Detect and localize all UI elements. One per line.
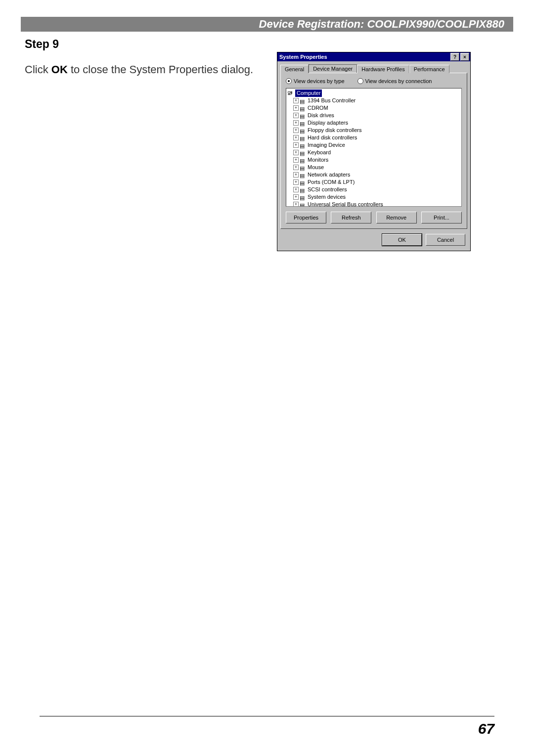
expand-icon[interactable]: + <box>293 142 299 148</box>
device-icon: ▤ <box>300 98 307 104</box>
device-icon: ▤ <box>300 172 307 178</box>
device-tree[interactable]: 🖳Computer +▤1394 Bus Controller+▤CDROM+▤… <box>286 88 462 207</box>
tree-item-label: Disk drives <box>308 112 334 119</box>
footer-rule <box>40 716 494 716</box>
expand-icon[interactable]: + <box>293 150 299 155</box>
tree-item[interactable]: +▤1394 Bus Controller <box>287 97 460 104</box>
dialog-titlebar: System Properties ? × <box>277 52 470 61</box>
tree-item[interactable]: +▤Mouse <box>287 164 460 171</box>
tree-item-label: CDROM <box>308 104 328 112</box>
step-heading: Step 9 <box>25 38 509 51</box>
device-icon: ▤ <box>300 142 307 148</box>
expand-icon[interactable]: + <box>293 128 299 133</box>
tree-item-label: Network adapters <box>308 171 350 178</box>
remove-button[interactable]: Remove <box>376 212 417 223</box>
computer-icon: 🖳 <box>287 89 294 95</box>
device-icon: ▤ <box>300 179 307 185</box>
device-icon: ▤ <box>300 105 307 111</box>
tree-item[interactable]: +▤Network adapters <box>287 171 460 178</box>
tree-item-label: Imaging Device <box>308 141 345 149</box>
tree-item[interactable]: +▤Display adapters <box>287 119 460 127</box>
tree-item-label: Hard disk controllers <box>308 134 357 141</box>
expand-icon[interactable]: + <box>293 113 299 118</box>
tree-root[interactable]: Computer <box>295 89 322 97</box>
tree-item[interactable]: +▤Ports (COM & LPT) <box>287 178 460 186</box>
tree-item[interactable]: +▤Keyboard <box>287 149 460 156</box>
tree-item[interactable]: +▤Imaging Device <box>287 141 460 149</box>
expand-icon[interactable]: + <box>293 135 299 140</box>
tree-item[interactable]: +▤Universal Serial Bus controllers <box>287 201 460 207</box>
print-button[interactable]: Print... <box>421 212 462 223</box>
tree-item-label: Keyboard <box>308 149 331 156</box>
tree-item[interactable]: +▤Floppy disk controllers <box>287 127 460 134</box>
expand-icon[interactable]: + <box>293 165 299 170</box>
tree-item-label: 1394 Bus Controller <box>308 97 356 104</box>
refresh-button[interactable]: Refresh <box>331 212 371 223</box>
device-icon: ▤ <box>300 194 307 200</box>
expand-icon[interactable]: + <box>293 179 299 185</box>
radio-view-by-type[interactable]: View devices by type <box>286 78 345 84</box>
system-properties-dialog: System Properties ? × General Device Man… <box>277 52 471 251</box>
radio-dot-icon <box>357 78 363 84</box>
device-icon: ▤ <box>300 113 307 119</box>
tree-item-label: Ports (COM & LPT) <box>308 178 355 186</box>
instruction-post: to close the System Properties dialog. <box>68 63 253 76</box>
section-header: Device Registration: COOLPIX990/COOLPIX8… <box>21 17 513 32</box>
tree-item[interactable]: +▤CDROM <box>287 104 460 112</box>
instruction-bold: OK <box>51 63 68 76</box>
cancel-button[interactable]: Cancel <box>426 234 465 246</box>
tree-item-label: Floppy disk controllers <box>308 127 361 134</box>
expand-icon[interactable]: + <box>293 98 299 103</box>
radio-type-label: View devices by type <box>294 78 345 84</box>
radio-dot-icon <box>286 78 292 84</box>
device-icon: ▤ <box>300 202 307 207</box>
ok-button[interactable]: OK <box>382 234 422 246</box>
expand-icon[interactable]: + <box>293 187 299 192</box>
tab-device-manager[interactable]: Device Manager <box>309 64 357 73</box>
tree-item[interactable]: +▤Disk drives <box>287 112 460 119</box>
tree-item-label: System devices <box>308 193 346 201</box>
tree-item-label: SCSI controllers <box>308 186 347 193</box>
tree-item[interactable]: +▤Hard disk controllers <box>287 134 460 141</box>
section-title: Device Registration: COOLPIX990/COOLPIX8… <box>259 18 504 31</box>
device-icon: ▤ <box>300 187 307 193</box>
page-number: 67 <box>478 720 494 737</box>
tree-item-label: Universal Serial Bus controllers <box>308 201 383 207</box>
help-button[interactable]: ? <box>450 53 459 61</box>
device-icon: ▤ <box>300 165 307 171</box>
tab-body: View devices by type View devices by con… <box>280 73 467 229</box>
instruction-pre: Click <box>25 63 51 76</box>
device-icon: ▤ <box>300 135 307 141</box>
properties-button[interactable]: Properties <box>286 212 326 223</box>
dialog-title: System Properties <box>278 54 449 60</box>
expand-icon[interactable]: + <box>293 120 299 126</box>
device-icon: ▤ <box>300 128 307 133</box>
device-icon: ▤ <box>300 150 307 156</box>
instruction-text: Click OK to close the System Properties … <box>25 63 262 77</box>
expand-icon[interactable]: + <box>293 202 299 207</box>
tab-strip: General Device Manager Hardware Profiles… <box>277 61 470 73</box>
tree-item-label: Mouse <box>308 164 324 171</box>
tree-item[interactable]: +▤Monitors <box>287 156 460 164</box>
tree-item-label: Display adapters <box>308 119 348 127</box>
device-icon: ▤ <box>300 120 307 126</box>
expand-icon[interactable]: + <box>293 194 299 200</box>
tab-hardware-profiles[interactable]: Hardware Profiles <box>357 65 409 73</box>
device-icon: ▤ <box>300 157 307 163</box>
tree-item[interactable]: +▤System devices <box>287 193 460 201</box>
expand-icon[interactable]: + <box>293 105 299 111</box>
close-button[interactable]: × <box>460 53 469 61</box>
tree-item-label: Monitors <box>308 156 328 164</box>
expand-icon[interactable]: + <box>293 157 299 163</box>
radio-view-by-connection[interactable]: View devices by connection <box>357 78 432 84</box>
expand-icon[interactable]: + <box>293 172 299 178</box>
tree-item[interactable]: +▤SCSI controllers <box>287 186 460 193</box>
tab-performance[interactable]: Performance <box>409 65 449 73</box>
radio-conn-label: View devices by connection <box>365 78 432 84</box>
tab-general[interactable]: General <box>280 65 309 73</box>
